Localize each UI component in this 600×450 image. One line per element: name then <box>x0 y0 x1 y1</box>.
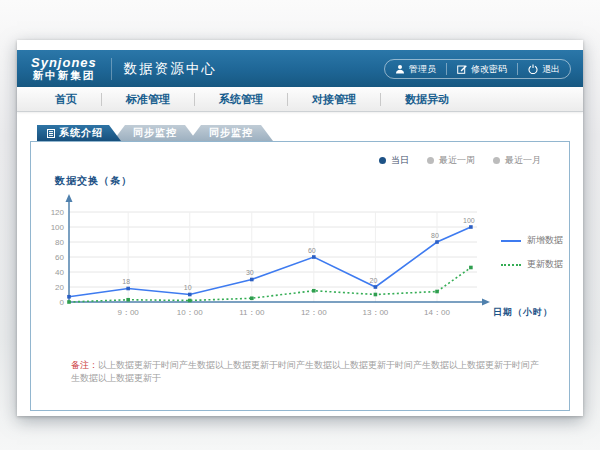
logout-icon <box>528 64 538 74</box>
legend-line-sample <box>501 264 521 266</box>
logout-button[interactable]: 退出 <box>518 60 570 78</box>
svg-text:80: 80 <box>431 232 439 239</box>
radio-dot-icon <box>493 157 500 164</box>
radio-dot-icon <box>427 157 434 164</box>
chart-legend: 新增数据更新数据 <box>501 234 563 282</box>
edit-password-icon <box>457 64 467 74</box>
nav-item-home[interactable]: 首页 <box>31 87 101 111</box>
document-icon <box>47 129 55 138</box>
page-title: 数据资源中心 <box>124 60 217 78</box>
svg-text:13：00: 13：00 <box>363 308 389 317</box>
footnote: 备注：以上数据更新于时间产生数据以上数据更新于时间产生数据以上数据更新于时间产生… <box>71 359 543 384</box>
legend-item-新增数据: 新增数据 <box>501 234 563 247</box>
svg-text:80: 80 <box>55 238 64 247</box>
header-divider <box>111 58 112 80</box>
logo-company: 新中新集团 <box>31 70 97 81</box>
header: Synjones 新中新集团 数据资源中心 管理员 修改密码 <box>17 50 583 87</box>
y-axis-title: 数据交换（条） <box>55 174 132 188</box>
svg-text:14：00: 14：00 <box>424 308 450 317</box>
range-filter: 当日最近一周最近一月 <box>379 154 541 167</box>
line-chart-svg: 0204060801001209：0010：0011：0012：0013：001… <box>35 190 565 338</box>
user-toolbar: 管理员 修改密码 退出 <box>384 59 571 79</box>
logout-label: 退出 <box>542 63 560 76</box>
tab-sync-monitor-2[interactable]: 同步监控 <box>189 125 273 141</box>
footnote-prefix: 备注： <box>71 360 98 370</box>
svg-text:日期（小时）: 日期（小时） <box>493 307 553 317</box>
nav-item-data-changes[interactable]: 数据异动 <box>381 87 473 111</box>
svg-text:120: 120 <box>51 208 65 217</box>
svg-text:40: 40 <box>55 268 64 277</box>
nav-item-standards[interactable]: 标准管理 <box>102 87 194 111</box>
tab-label: 系统介绍 <box>59 125 103 141</box>
logo-brand: Synjones <box>31 56 97 70</box>
tab-sync-monitor-1[interactable]: 同步监控 <box>113 125 197 141</box>
change-password-button[interactable]: 修改密码 <box>447 60 517 78</box>
tab-label: 同步监控 <box>133 125 177 141</box>
svg-text:10: 10 <box>184 284 192 291</box>
range-option-label: 最近一月 <box>505 154 541 167</box>
svg-text:12：00: 12：00 <box>301 308 327 317</box>
tab-system-intro[interactable]: 系统介绍 <box>37 125 121 141</box>
svg-text:18: 18 <box>122 278 130 285</box>
nav-item-integration[interactable]: 对接管理 <box>288 87 380 111</box>
svg-text:20: 20 <box>55 283 64 292</box>
range-option-today[interactable]: 当日 <box>379 154 409 167</box>
range-option-last-week[interactable]: 最近一周 <box>427 154 475 167</box>
user-menu[interactable]: 管理员 <box>385 60 446 78</box>
tab-label: 同步监控 <box>209 125 253 141</box>
user-icon <box>395 64 405 74</box>
svg-text:100: 100 <box>463 217 475 224</box>
legend-label: 更新数据 <box>527 258 563 271</box>
radio-dot-icon <box>379 157 386 164</box>
range-option-label: 最近一周 <box>439 154 475 167</box>
tab-bar: 系统介绍同步监控同步监控 <box>37 125 273 141</box>
line-chart: 0204060801001209：0010：0011：0012：0013：001… <box>35 190 565 338</box>
main-nav: 首页标准管理系统管理对接管理数据异动 <box>17 87 583 112</box>
nav-item-system[interactable]: 系统管理 <box>195 87 287 111</box>
legend-line-sample <box>501 240 521 242</box>
svg-text:11：00: 11：00 <box>239 308 265 317</box>
svg-text:10：00: 10：00 <box>177 308 203 317</box>
range-option-label: 当日 <box>391 154 409 167</box>
content-panel: 当日最近一周最近一月 数据交换（条） 0204060801001209：0010… <box>30 141 570 411</box>
logo: Synjones 新中新集团 <box>31 56 97 81</box>
svg-text:0: 0 <box>60 298 65 307</box>
svg-text:60: 60 <box>55 253 64 262</box>
legend-label: 新增数据 <box>527 234 563 247</box>
legend-item-更新数据: 更新数据 <box>501 258 563 271</box>
change-password-label: 修改密码 <box>471 63 507 76</box>
page-card: Synjones 新中新集团 数据资源中心 管理员 修改密码 <box>17 40 583 416</box>
svg-text:30: 30 <box>246 269 254 276</box>
svg-text:9：00: 9：00 <box>117 308 139 317</box>
range-option-last-month[interactable]: 最近一月 <box>493 154 541 167</box>
svg-text:60: 60 <box>308 247 316 254</box>
svg-text:20: 20 <box>370 277 378 284</box>
user-label: 管理员 <box>409 63 436 76</box>
footnote-text: 以上数据更新于时间产生数据以上数据更新于时间产生数据以上数据更新于时间产生数据以… <box>71 360 539 383</box>
svg-text:100: 100 <box>51 223 65 232</box>
